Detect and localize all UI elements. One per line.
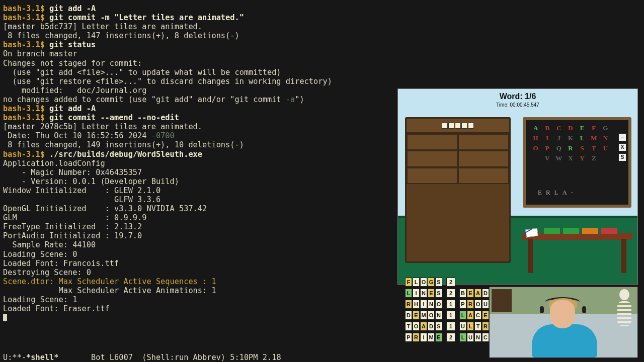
- board-btn-–[interactable]: –: [618, 133, 626, 141]
- alpha-L[interactable]: L: [577, 134, 588, 144]
- alpha-O[interactable]: O: [530, 144, 541, 154]
- tile: H: [413, 300, 420, 309]
- chalk-guess: ERLA-: [538, 189, 577, 197]
- tile: D: [428, 322, 435, 331]
- alpha-D[interactable]: D: [565, 124, 576, 134]
- score: 2: [446, 278, 455, 287]
- tile: O: [420, 278, 427, 287]
- alpha-K[interactable]: K: [565, 134, 576, 144]
- tile: N: [428, 300, 435, 309]
- tile: E: [482, 311, 489, 320]
- tile: T: [474, 322, 481, 331]
- alpha-Y[interactable]: Y: [577, 154, 588, 164]
- alpha-Q[interactable]: Q: [553, 144, 565, 154]
- desk: [522, 233, 632, 273]
- tile: F: [405, 278, 412, 287]
- tile: M: [420, 311, 427, 320]
- tile: E: [428, 289, 435, 298]
- alpha-G[interactable]: G: [600, 124, 611, 134]
- cabinet: [405, 117, 511, 263]
- alpha-A[interactable]: A: [530, 124, 541, 134]
- tile: U: [467, 333, 474, 342]
- alpha-H[interactable]: H: [530, 134, 541, 144]
- tile: I: [413, 289, 420, 298]
- tile: G: [428, 278, 435, 287]
- board-btn-S[interactable]: S: [618, 153, 626, 161]
- tile: R: [467, 300, 474, 309]
- score: 1: [446, 311, 455, 320]
- tile: L: [405, 289, 412, 298]
- board-btn-X[interactable]: X: [618, 143, 626, 151]
- alpha-N[interactable]: N: [600, 134, 611, 144]
- alpha-M[interactable]: M: [588, 134, 600, 144]
- score: 1: [446, 322, 455, 331]
- tile: A: [420, 322, 427, 331]
- timer: Time: 00:00:45.547: [398, 102, 637, 108]
- score: 1: [446, 300, 455, 309]
- tile: L: [467, 322, 474, 331]
- answer-blanks: [442, 123, 474, 129]
- tile: A: [474, 289, 481, 298]
- alpha-blank[interactable]: [530, 154, 541, 164]
- tile: I: [420, 333, 427, 342]
- alphabet-grid: ABCDEFGHIJKLMNOPQRSTUVWXYZ: [530, 124, 611, 164]
- tile: S: [435, 322, 442, 331]
- tile: C: [482, 333, 489, 342]
- tile: O: [474, 300, 481, 309]
- tile: L: [459, 333, 466, 342]
- score: 2: [446, 289, 455, 298]
- alpha-B[interactable]: B: [541, 124, 553, 134]
- tile: B: [459, 289, 466, 298]
- word-counter: Word: 1/6: [398, 92, 637, 101]
- tile: N: [435, 311, 442, 320]
- tile: U: [459, 322, 466, 331]
- board-buttons: –XS: [618, 133, 626, 161]
- alpha-F[interactable]: F: [588, 124, 600, 134]
- game-window[interactable]: Word: 1/6 Time: 00:00:45.547 FLOGS2LINES…: [397, 88, 638, 285]
- tile: P: [405, 333, 412, 342]
- alpha-R[interactable]: R: [565, 144, 576, 154]
- alpha-J[interactable]: J: [553, 134, 565, 144]
- tile: N: [420, 289, 427, 298]
- alpha-P[interactable]: P: [541, 144, 553, 154]
- tile: E: [435, 333, 442, 342]
- alpha-U[interactable]: U: [600, 144, 611, 154]
- tile: M: [428, 333, 435, 342]
- tile: E: [413, 311, 420, 320]
- tile: O: [413, 322, 420, 331]
- webcam-overlay: [489, 287, 638, 358]
- tile: N: [474, 333, 481, 342]
- chalkboard: ABCDEFGHIJKLMNOPQRSTUVWXYZ –XS ERLA-: [523, 117, 631, 208]
- cursor: [3, 314, 7, 321]
- alpha-C[interactable]: C: [553, 124, 565, 134]
- alpha-W[interactable]: W: [553, 154, 565, 164]
- alpha-T[interactable]: T: [588, 144, 600, 154]
- alpha-X[interactable]: X: [565, 154, 576, 164]
- tile: T: [405, 322, 412, 331]
- tile: A: [467, 311, 474, 320]
- tile: E: [467, 289, 474, 298]
- tile: R: [413, 333, 420, 342]
- score: 2: [446, 333, 455, 342]
- tile: O: [435, 300, 442, 309]
- alpha-I[interactable]: I: [541, 134, 553, 144]
- tile: R: [482, 322, 489, 331]
- tile: U: [482, 300, 489, 309]
- alpha-S[interactable]: S: [577, 144, 588, 154]
- tile: O: [428, 311, 435, 320]
- alpha-E[interactable]: E: [577, 124, 588, 134]
- tile: D: [482, 289, 489, 298]
- tile: L: [459, 311, 466, 320]
- alpha-Z[interactable]: Z: [588, 154, 600, 164]
- tile: I: [420, 300, 427, 309]
- game-header: Word: 1/6 Time: 00:00:45.547: [398, 89, 637, 108]
- tile: S: [435, 289, 442, 298]
- tile: R: [405, 300, 412, 309]
- tile: L: [413, 278, 420, 287]
- alpha-blank[interactable]: [600, 154, 611, 164]
- tile: D: [405, 311, 412, 320]
- tile: P: [459, 300, 466, 309]
- tile: S: [435, 278, 442, 287]
- alpha-V[interactable]: V: [541, 154, 553, 164]
- books: [544, 228, 617, 234]
